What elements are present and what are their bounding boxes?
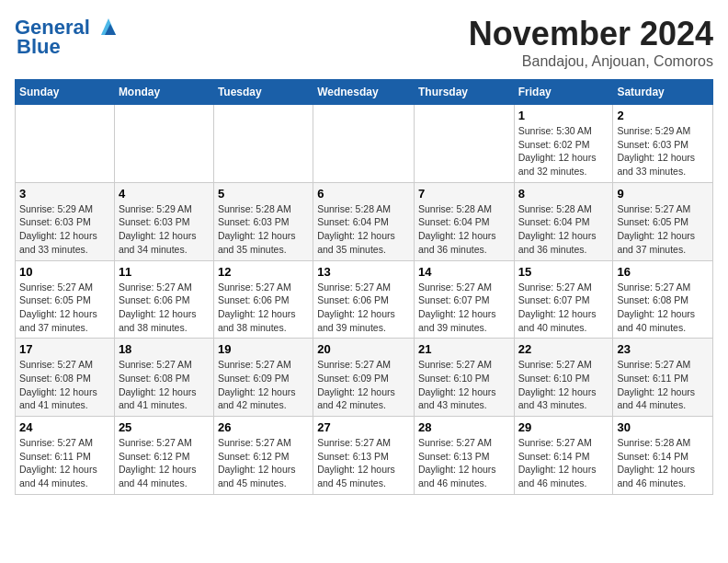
day-cell: 13Sunrise: 5:27 AMSunset: 6:06 PMDayligh… [313, 260, 415, 339]
day-number: 17 [19, 342, 110, 356]
logo-blue-text: Blue [15, 35, 61, 59]
header-thursday: Thursday [414, 80, 514, 105]
day-number: 27 [317, 420, 410, 434]
week-row-1: 3Sunrise: 5:29 AMSunset: 6:03 PMDaylight… [16, 182, 713, 260]
day-cell: 26Sunrise: 5:27 AMSunset: 6:12 PMDayligh… [213, 417, 313, 495]
day-number: 15 [518, 265, 609, 279]
day-cell: 28Sunrise: 5:27 AMSunset: 6:13 PMDayligh… [414, 417, 514, 495]
day-cell: 24Sunrise: 5:27 AMSunset: 6:11 PMDayligh… [16, 417, 115, 495]
day-info: Sunrise: 5:27 AMSunset: 6:12 PMDaylight:… [119, 436, 210, 490]
day-number: 1 [518, 109, 609, 122]
day-cell [213, 105, 313, 183]
day-info: Sunrise: 5:29 AMSunset: 6:03 PMDaylight:… [19, 202, 110, 257]
day-info: Sunrise: 5:27 AMSunset: 6:08 PMDaylight:… [19, 358, 110, 412]
header-wednesday: Wednesday [313, 80, 415, 105]
location-title: Bandajou, Anjouan, Comoros [469, 53, 713, 70]
day-cell: 14Sunrise: 5:27 AMSunset: 6:07 PMDayligh… [414, 260, 514, 339]
day-number: 19 [218, 342, 309, 356]
day-cell [313, 105, 415, 183]
day-info: Sunrise: 5:28 AMSunset: 6:04 PMDaylight:… [518, 202, 609, 257]
day-cell: 25Sunrise: 5:27 AMSunset: 6:12 PMDayligh… [114, 417, 213, 495]
day-number: 24 [19, 420, 110, 434]
header-saturday: Saturday [613, 80, 713, 105]
day-info: Sunrise: 5:27 AMSunset: 6:13 PMDaylight:… [317, 436, 410, 490]
day-number: 13 [317, 265, 410, 279]
day-info: Sunrise: 5:27 AMSunset: 6:09 PMDaylight:… [218, 358, 309, 412]
day-info: Sunrise: 5:29 AMSunset: 6:03 PMDaylight:… [119, 202, 210, 257]
day-info: Sunrise: 5:30 AMSunset: 6:02 PMDaylight:… [518, 124, 609, 178]
day-cell: 3Sunrise: 5:29 AMSunset: 6:03 PMDaylight… [16, 182, 115, 260]
day-number: 7 [418, 187, 510, 201]
day-info: Sunrise: 5:27 AMSunset: 6:05 PMDaylight:… [19, 281, 110, 335]
day-info: Sunrise: 5:27 AMSunset: 6:08 PMDaylight:… [119, 358, 210, 412]
day-cell: 30Sunrise: 5:28 AMSunset: 6:14 PMDayligh… [613, 417, 713, 495]
day-number: 18 [119, 342, 210, 356]
day-number: 30 [617, 420, 709, 434]
day-info: Sunrise: 5:27 AMSunset: 6:07 PMDaylight:… [418, 281, 510, 335]
day-info: Sunrise: 5:27 AMSunset: 6:08 PMDaylight:… [617, 281, 709, 335]
day-info: Sunrise: 5:28 AMSunset: 6:04 PMDaylight:… [317, 202, 410, 257]
day-info: Sunrise: 5:27 AMSunset: 6:11 PMDaylight:… [617, 358, 709, 412]
logo: General Blue [15, 15, 119, 59]
day-number: 6 [317, 187, 410, 201]
day-info: Sunrise: 5:27 AMSunset: 6:10 PMDaylight:… [518, 358, 609, 412]
day-number: 20 [317, 342, 410, 356]
day-info: Sunrise: 5:27 AMSunset: 6:09 PMDaylight:… [317, 358, 410, 412]
day-number: 10 [19, 265, 110, 279]
day-info: Sunrise: 5:27 AMSunset: 6:06 PMDaylight:… [218, 281, 309, 335]
title-area: November 2024 Bandajou, Anjouan, Comoros [469, 15, 713, 70]
day-info: Sunrise: 5:28 AMSunset: 6:04 PMDaylight:… [418, 202, 510, 257]
day-cell: 18Sunrise: 5:27 AMSunset: 6:08 PMDayligh… [114, 339, 213, 417]
day-number: 8 [518, 187, 609, 201]
day-info: Sunrise: 5:27 AMSunset: 6:11 PMDaylight:… [19, 436, 110, 490]
day-info: Sunrise: 5:27 AMSunset: 6:07 PMDaylight:… [518, 281, 609, 335]
day-number: 25 [119, 420, 210, 434]
day-number: 14 [418, 265, 510, 279]
calendar-table: SundayMondayTuesdayWednesdayThursdayFrid… [15, 79, 713, 495]
day-number: 22 [518, 342, 609, 356]
day-cell [114, 105, 213, 183]
day-cell: 16Sunrise: 5:27 AMSunset: 6:08 PMDayligh… [613, 260, 713, 339]
day-number: 5 [218, 187, 309, 201]
day-cell: 7Sunrise: 5:28 AMSunset: 6:04 PMDaylight… [414, 182, 514, 260]
day-cell: 15Sunrise: 5:27 AMSunset: 6:07 PMDayligh… [514, 260, 613, 339]
day-number: 21 [418, 342, 510, 356]
day-cell: 23Sunrise: 5:27 AMSunset: 6:11 PMDayligh… [613, 339, 713, 417]
day-cell: 4Sunrise: 5:29 AMSunset: 6:03 PMDaylight… [114, 182, 213, 260]
day-info: Sunrise: 5:29 AMSunset: 6:03 PMDaylight:… [617, 124, 709, 178]
day-cell: 29Sunrise: 5:27 AMSunset: 6:14 PMDayligh… [514, 417, 613, 495]
day-cell: 20Sunrise: 5:27 AMSunset: 6:09 PMDayligh… [313, 339, 415, 417]
day-cell: 5Sunrise: 5:28 AMSunset: 6:03 PMDaylight… [213, 182, 313, 260]
day-cell: 8Sunrise: 5:28 AMSunset: 6:04 PMDaylight… [514, 182, 613, 260]
day-cell: 22Sunrise: 5:27 AMSunset: 6:10 PMDayligh… [514, 339, 613, 417]
day-cell [414, 105, 514, 183]
day-number: 29 [518, 420, 609, 434]
day-number: 9 [617, 187, 709, 201]
day-number: 26 [218, 420, 309, 434]
day-number: 16 [617, 265, 709, 279]
logo-icon [92, 15, 119, 40]
day-number: 12 [218, 265, 309, 279]
header-friday: Friday [514, 80, 613, 105]
header-row: SundayMondayTuesdayWednesdayThursdayFrid… [16, 80, 713, 105]
day-cell: 27Sunrise: 5:27 AMSunset: 6:13 PMDayligh… [313, 417, 415, 495]
week-row-4: 24Sunrise: 5:27 AMSunset: 6:11 PMDayligh… [16, 417, 713, 495]
day-number: 11 [119, 265, 210, 279]
day-info: Sunrise: 5:27 AMSunset: 6:10 PMDaylight:… [418, 358, 510, 412]
week-row-0: 1Sunrise: 5:30 AMSunset: 6:02 PMDaylight… [16, 105, 713, 183]
month-title: November 2024 [469, 15, 713, 53]
day-cell: 9Sunrise: 5:27 AMSunset: 6:05 PMDaylight… [613, 182, 713, 260]
day-cell: 11Sunrise: 5:27 AMSunset: 6:06 PMDayligh… [114, 260, 213, 339]
day-number: 3 [19, 187, 110, 201]
day-number: 2 [617, 109, 709, 122]
day-info: Sunrise: 5:27 AMSunset: 6:14 PMDaylight:… [518, 436, 609, 490]
day-cell: 6Sunrise: 5:28 AMSunset: 6:04 PMDaylight… [313, 182, 415, 260]
header-monday: Monday [114, 80, 213, 105]
day-info: Sunrise: 5:28 AMSunset: 6:03 PMDaylight:… [218, 202, 309, 257]
day-cell: 17Sunrise: 5:27 AMSunset: 6:08 PMDayligh… [16, 339, 115, 417]
header: General Blue November 2024 Bandajou, Anj… [15, 15, 713, 70]
day-cell: 21Sunrise: 5:27 AMSunset: 6:10 PMDayligh… [414, 339, 514, 417]
day-cell: 10Sunrise: 5:27 AMSunset: 6:05 PMDayligh… [16, 260, 115, 339]
day-info: Sunrise: 5:27 AMSunset: 6:12 PMDaylight:… [218, 436, 309, 490]
day-cell [16, 105, 115, 183]
